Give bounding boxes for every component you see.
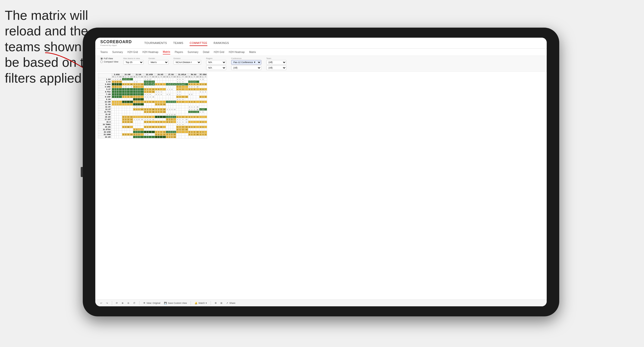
nav-committee[interactable]: COMMITTEE [190,40,207,46]
matrix-cell: 0 [144,96,147,98]
subnav-detail[interactable]: Detail [203,50,209,54]
matrix-cell: 22 [152,88,155,91]
matrix-cell [160,98,163,101]
subnav-h2h-grid1[interactable]: H2H Grid [127,50,138,54]
matrix-cell [152,103,155,106]
matrix-cell: 0 [176,98,179,101]
division-filter: Division NCAA Division I [174,57,201,65]
matrix-cell: 0 [166,113,169,116]
matrix-cell: 0 [171,116,173,118]
matrix-cell: 1 [133,101,136,103]
matrix-cell [176,108,179,111]
subnav-teams[interactable]: Teams [100,50,108,54]
matrix-cell [117,106,119,108]
sh-ua-w: W [133,76,136,78]
save-custom-button[interactable]: 💾 Save Custom View [164,302,187,304]
matrix-cell [169,98,171,101]
nav-rankings[interactable]: RANKINGS [214,40,229,46]
matrix-cell [204,98,207,101]
matrix-cell [199,123,202,126]
matrix-cell: 0 [136,128,138,131]
subnav-summary2[interactable]: Summary [188,50,198,54]
matrix-cell: 1 [122,86,125,88]
team-select2[interactable]: (All) [266,66,286,70]
zoom-out-button[interactable]: ⊖ [127,302,129,304]
subnav-players[interactable]: Players [175,50,183,54]
logo-area: SCOREBOARD Powered by clippd [100,40,132,46]
matrix-cell [146,123,149,126]
matrix-cell [179,106,181,108]
subnav-h2h-grid2[interactable]: H2H Grid [214,50,224,54]
matrix-cell [117,128,119,131]
matrix-cell: 4 [191,101,193,103]
matrix-cell [193,98,196,101]
subnav-matrix2[interactable]: Matrix [249,50,256,54]
matrix-cell [140,128,144,131]
table-row: 24. UO02029 [98,136,207,138]
matrix-cell [163,98,166,101]
matrix-cell [188,91,191,93]
subnav-h2h-heatmap2[interactable]: H2H Heatmap [229,50,245,54]
clock-button[interactable]: ⏱ [133,302,135,304]
matrix-cell [119,123,122,126]
matrix-cell [146,113,149,116]
col-uw: 10. UW [122,73,133,76]
conference-select2[interactable]: (All) [231,66,261,70]
sh-ua-d: Dif [140,76,144,78]
matrix-cell: 1 [146,101,149,103]
matrix-cell [171,93,173,96]
matrix-cell: 0 [171,118,173,121]
row-label-8: 9. UA [98,98,112,101]
matrix-cell: 23 [130,133,133,136]
conference-select[interactable]: Pac-12 Conference ▼ [231,60,261,65]
matrix-cell: 0 [202,101,204,103]
matrix-cell [140,126,144,128]
matrix-cell: 4 [157,103,160,106]
team-select[interactable]: (All) [266,60,286,65]
settings-button[interactable]: ⚙ [215,302,217,304]
matrix-cell: 1 [202,91,204,93]
table-row: 17. GIT10011110131101101001013 [98,118,207,121]
matrix-cell: 2 [114,81,117,83]
subnav-summary1[interactable]: Summary [112,50,123,54]
matrix-cell [152,131,155,133]
matrix-cell: 11 [185,96,188,98]
matrix-cell [125,88,127,91]
gender-select[interactable]: Men's Women's [148,60,169,65]
matrix-content[interactable]: 3. ASU 10. UW 11. UA 22. UCB 24. UO 27. … [95,72,547,300]
matrix-cell: 0 [144,81,147,83]
division-select[interactable]: NCAA Division I [174,60,201,65]
nav-tournaments[interactable]: TOURNAMENTS [144,40,167,46]
matrix-cell: 23 [152,126,155,128]
region-select2[interactable]: N/A [206,66,226,70]
watch-button[interactable]: 🔔 Watch ▾ [195,302,207,304]
matrix-cell: 1 [155,88,158,91]
expand-button[interactable]: ⊞ [220,302,222,304]
max-teams-select[interactable]: Top 25 Top 50 [123,60,143,65]
view-original-button[interactable]: 👁 View: Original [143,302,160,304]
zoom-in-button[interactable]: ⊕ [122,302,124,304]
matrix-cell: 22 [140,108,144,111]
subnav-matrix1[interactable]: Matrix [163,50,170,54]
share-button[interactable]: ↗ Share [226,302,235,304]
matrix-cell: 0 [171,88,173,91]
matrix-cell [157,81,160,83]
region-select[interactable]: N/A [206,60,226,65]
nav-teams[interactable]: TEAMS [173,40,183,46]
matrix-cell [171,111,173,113]
matrix-cell: 0 [202,121,204,123]
undo-button[interactable]: ↩ [100,302,102,304]
compact-view-radio[interactable]: Compact View [100,61,118,63]
matrix-cell [157,101,160,103]
matrix-cell: 52 [173,83,176,86]
matrix-cell [196,128,199,131]
matrix-cell [152,133,155,136]
matrix-cell [196,136,199,138]
row-label-16: 17. GIT [98,118,112,121]
redo-button[interactable]: ↪ [106,302,108,304]
subnav-h2h-heatmap1[interactable]: H2H Heatmap [142,50,158,54]
matrix-cell: 5 [169,101,171,103]
matrix-cell: 0 [149,108,152,111]
refresh-button[interactable]: ⟳ [116,302,118,304]
full-view-radio[interactable]: Full View [100,57,118,60]
